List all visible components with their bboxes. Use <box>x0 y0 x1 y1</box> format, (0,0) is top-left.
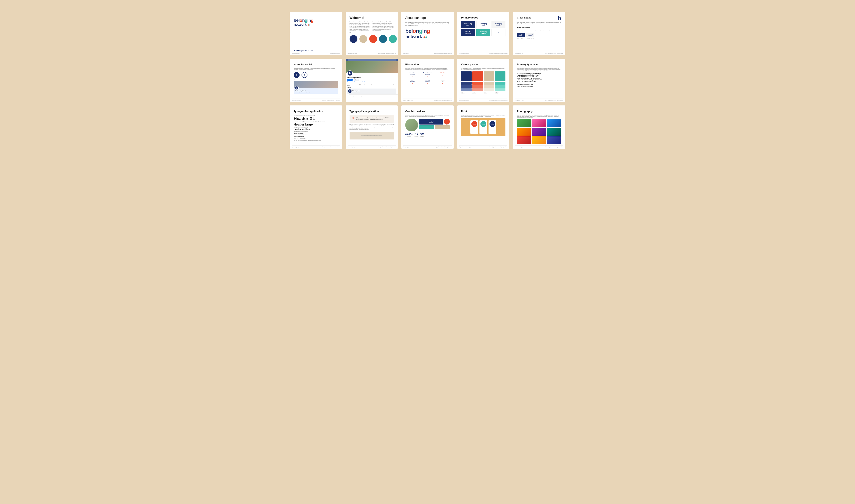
fb-profile-pic: b <box>347 70 353 76</box>
dont-logo-2: belonging.comnetwork <box>421 72 434 75</box>
card-footer: Colours: brand palette Belonging Network… <box>459 98 507 101</box>
typeface-title: Primary typeface <box>517 63 562 66</box>
device-layout: belongingnetwork <box>419 119 450 129</box>
logo-v6: b <box>492 29 505 36</box>
footer-right: Belonging Network brand style guidelines <box>545 146 563 147</box>
card-footer: Applications: motion + graphic devices B… <box>459 145 507 147</box>
welcome-col2: Every element of the Belonging Network b… <box>372 21 394 33</box>
footer-right: Belonging Network brand style guidelines <box>349 95 367 96</box>
logo-v1: belonging network <box>461 21 475 28</box>
please-dont-title: Please don't <box>405 63 450 66</box>
footer-left: Introduction: purpose <box>348 53 357 54</box>
dont-x-3: ✕ <box>436 75 449 77</box>
clear-space-body: Clear space should be taken to ensure th… <box>517 22 562 24</box>
photo-grid <box>517 120 562 144</box>
quote-mark-icon: " <box>352 116 354 123</box>
footer-left: Applications: motion + graphic devices <box>459 146 476 147</box>
swatch-navy <box>461 71 471 81</box>
footer-left: Logos: primary version <box>459 53 469 54</box>
icons-social-title: Icons for social <box>293 63 338 66</box>
tab-community[interactable]: Community <box>359 82 363 83</box>
pull-quote-text: Pull quote style placed on a background … <box>352 117 392 121</box>
social-icons-row: b primary icon b secondary icon <box>293 72 338 79</box>
header-xl-sample: Header XL <box>293 116 338 121</box>
header-md-sample: Header medium <box>293 128 338 130</box>
footer-left: Images: graphic devices <box>403 146 414 147</box>
clear-space-b-icon: b <box>558 15 562 22</box>
typo-app2-title: Typographic application <box>350 110 394 113</box>
card-print: Print All imagery used will feature a Be… <box>457 105 510 149</box>
dont-x-1: ✕ <box>406 75 419 77</box>
tab-more[interactable]: More ▾ <box>364 82 368 83</box>
print-body: All imagery used will feature a Belongin… <box>461 115 506 117</box>
device-navy-block: belongingnetwork <box>419 119 443 125</box>
footer-right: Belonging Network brand style guidelines <box>322 100 340 101</box>
fb-msg-btn[interactable]: Message <box>354 79 359 80</box>
fb-page-content: Belonging Network Like Page Message Post… <box>345 73 398 95</box>
dont-logo-5: BelongingNetwork <box>421 79 434 82</box>
print-title: Print <box>461 110 506 113</box>
tab-about[interactable]: About <box>351 82 353 83</box>
typo-app2-body: Full quotes are placed on a background o… <box>350 124 394 130</box>
palette-almond-col: Almond#D4C0A0 <box>484 71 494 94</box>
card-footer: Images: graphic devices Belonging Networ… <box>403 145 452 147</box>
card-footer: Belonging Network brand style guidelines <box>349 94 398 96</box>
print-phone-1: supportlearnconnect belongingnetwork <box>470 120 478 134</box>
footer-right: Belonging Network brand style guidelines <box>378 53 396 54</box>
swatch-tomato <box>473 71 483 81</box>
card-photography: Photography We want the visuals that mak… <box>513 105 565 149</box>
stats-row: 6,000+ description 19 description 576 de… <box>405 133 450 137</box>
about-body: Belonging Network embraces children and … <box>405 22 450 26</box>
tab-mentions[interactable]: Mentions <box>354 82 358 83</box>
photo-9 <box>547 136 562 144</box>
fb-preview-header: b <box>293 81 338 88</box>
tab-posts[interactable]: Posts <box>347 82 349 83</box>
welcome-col1: Please follow these guidelines and to bu… <box>350 21 371 33</box>
footer-left: Logos: icons / social <box>292 100 301 101</box>
swatch-almond <box>484 71 494 81</box>
device-row-2 <box>419 125 450 129</box>
fb-intro: For almost 30 years, the Belonging Netwo… <box>347 84 396 86</box>
graphic-devices-examples: belongingnetwork <box>405 119 450 131</box>
circle-navy <box>350 35 357 43</box>
clear-space-title: Clear space <box>517 16 531 19</box>
header-xl-spec: Subhead text can be set in Raleway regul… <box>293 121 338 122</box>
icon-label-secondary: secondary icon <box>302 78 307 79</box>
card-footer: Logos: things to avoid Belonging Network… <box>403 98 452 101</box>
pull-quote-box: " Pull quote style placed on a backgroun… <box>350 115 394 123</box>
palette-turquoise-label: Turquoise#3AB5A4 <box>495 92 505 94</box>
logo-line2: network ●● <box>293 23 338 27</box>
fb-action-buttons: Like Page Message <box>347 79 396 80</box>
swatch-navy-2 <box>461 82 471 85</box>
dont-x-2: ✕ <box>421 75 434 77</box>
card-brand-guidelines: belonging network ●● Brand Style Guideli… <box>290 12 342 55</box>
device-row-1: belongingnetwork <box>419 119 450 125</box>
stat-1: 6,000+ description <box>405 133 412 137</box>
photo-3 <box>547 120 562 127</box>
header-sm-sample: Header small <box>293 132 338 134</box>
card-footer: Logos: icons / social Belonging Network … <box>292 98 340 101</box>
fb-like-btn[interactable]: Like Page <box>347 79 353 80</box>
fb-avatar: b <box>295 86 299 90</box>
color-circles <box>350 35 394 43</box>
quote-example-bg: "Example pull quote shown on tinted back… <box>350 132 394 140</box>
footer-left: Colours: brand palette <box>459 100 469 101</box>
min-size-dims: Digital: 107 wide Print wide: 1200 wide <box>517 38 562 39</box>
logo-v2: belonging network <box>476 21 490 28</box>
header-lg-sample: Header large <box>293 123 338 126</box>
welcome-body: Please follow these guidelines and to bu… <box>350 21 394 33</box>
dont-1: belongingnetwork ✕ <box>405 71 420 78</box>
card-colour-palette: Colour palette Our logo appears on a var… <box>457 59 510 102</box>
footer-right: Belonging Network brand style guidelines <box>433 100 452 101</box>
swatch-turquoise <box>495 71 505 81</box>
about-pre: About <box>405 16 413 19</box>
circle-teal-dark <box>379 35 387 43</box>
fb-nav-bar: f <box>345 59 398 61</box>
logo-v3: belonging network <box>492 21 505 28</box>
dont-5: BelongingNetwork ✕ <box>421 79 435 85</box>
footer-left: Belonging Network <box>292 53 300 54</box>
social-preview-box: b The Belonging Network Nonprofit Organi… <box>293 81 338 94</box>
photo-5 <box>532 128 546 136</box>
footer-left: Logo: about <box>403 53 408 54</box>
dont-x-6: ✕ <box>436 83 449 85</box>
